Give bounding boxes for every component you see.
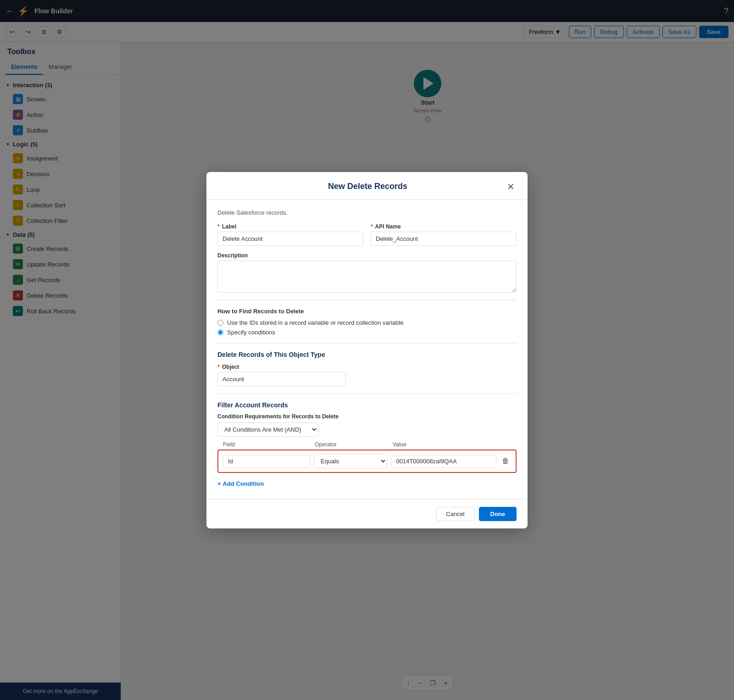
modal-title: New Delete Records <box>230 182 505 191</box>
delete-row-button[interactable]: 🗑 <box>500 455 511 467</box>
object-field-label: * Object <box>217 364 517 370</box>
radio-option-ids: Use the IDs stored in a record variable … <box>217 319 517 326</box>
find-records-title: How to Find Records to Delete <box>217 308 517 315</box>
modal-body: Delete Salesforce records. * Label * API… <box>206 200 528 499</box>
required-indicator: * <box>217 364 220 370</box>
label-field-label: * Label <box>217 223 363 230</box>
label-input[interactable] <box>217 232 363 246</box>
modal: New Delete Records ✕ Delete Salesforce r… <box>206 172 528 528</box>
description-group: Description <box>217 252 517 293</box>
api-name-field-label: * API Name <box>371 223 517 230</box>
add-condition-button[interactable]: + Add Condition <box>217 478 264 490</box>
modal-subtitle: Delete Salesforce records. <box>217 209 517 216</box>
modal-close-button[interactable]: ✕ <box>505 181 517 192</box>
condition-select[interactable]: All Conditions Are Met (AND) <box>217 422 318 437</box>
filter-section-title: Filter Account Records <box>217 401 517 409</box>
filter-value-input[interactable] <box>391 455 496 468</box>
radio-conditions-input[interactable] <box>217 329 223 335</box>
cancel-button[interactable]: Cancel <box>436 507 474 521</box>
filter-field-input[interactable] <box>223 455 310 468</box>
description-textarea[interactable] <box>217 261 517 293</box>
required-indicator: * <box>217 223 220 230</box>
api-name-group: * API Name <box>371 223 517 246</box>
label-api-row: * Label * API Name <box>217 223 517 246</box>
modal-header: New Delete Records ✕ <box>206 172 528 200</box>
object-section-title: Delete Records of This Object Type <box>217 351 517 358</box>
object-type-section: Delete Records of This Object Type * Obj… <box>217 351 517 386</box>
object-group: * Object <box>217 364 517 386</box>
object-input[interactable] <box>217 372 346 386</box>
radio-ids-input[interactable] <box>217 320 223 326</box>
filter-column-headers: Field Operator Value <box>217 441 517 448</box>
actions-column-header <box>501 441 516 448</box>
condition-requirements-label: Condition Requirements for Records to De… <box>217 413 517 420</box>
radio-ids-label: Use the IDs stored in a record variable … <box>227 319 403 326</box>
find-records-section: How to Find Records to Delete Use the ID… <box>217 308 517 336</box>
operator-column-header: Operator <box>310 441 384 448</box>
value-column-header: Value <box>388 441 497 448</box>
field-column-header: Field <box>218 441 306 448</box>
filter-section: Filter Account Records Condition Require… <box>217 401 517 490</box>
modal-overlay: New Delete Records ✕ Delete Salesforce r… <box>0 0 734 700</box>
condition-row: All Conditions Are Met (AND) <box>217 422 517 437</box>
label-group: * Label <box>217 223 363 246</box>
modal-footer: Cancel Done <box>206 499 528 528</box>
description-label: Description <box>217 252 517 259</box>
radio-conditions-label: Specify conditions <box>227 329 275 336</box>
filter-row: Equals Not Equal To Greater Than Less Th… <box>217 450 517 473</box>
done-button[interactable]: Done <box>479 507 517 521</box>
api-name-input[interactable] <box>371 232 517 246</box>
add-condition-label: Add Condition <box>223 480 264 487</box>
plus-icon: + <box>217 480 221 487</box>
radio-option-conditions: Specify conditions <box>217 329 517 336</box>
condition-requirements-group: Condition Requirements for Records to De… <box>217 413 517 437</box>
filter-operator-select[interactable]: Equals Not Equal To Greater Than Less Th… <box>314 454 387 468</box>
required-indicator: * <box>371 223 373 230</box>
